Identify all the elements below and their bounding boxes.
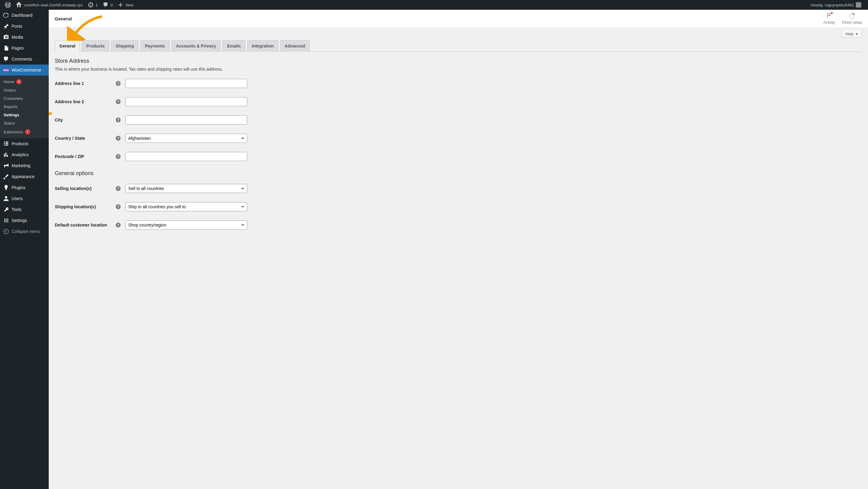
sidebar-item-plugins[interactable]: Plugins xyxy=(0,182,49,193)
wp-container: Dashboard Posts Media Pages Comments woo… xyxy=(0,10,868,489)
megaphone-icon xyxy=(3,163,9,169)
sidebar-label: Users xyxy=(11,196,23,201)
woo-submenu: Home 4 Orders Customers Reports Settings… xyxy=(0,75,49,138)
submenu-settings[interactable]: Settings xyxy=(0,111,49,119)
new-content[interactable]: New xyxy=(115,0,136,10)
wrench-icon xyxy=(3,206,9,213)
select-country[interactable]: Afghanistan xyxy=(125,134,247,143)
tab-general[interactable]: General xyxy=(55,40,80,52)
svg-point-0 xyxy=(4,229,8,234)
help-icon[interactable]: ? xyxy=(116,136,121,141)
tab-integration[interactable]: Integration xyxy=(247,40,278,52)
page-icon xyxy=(3,45,9,51)
submenu-customers[interactable]: Customers xyxy=(0,94,49,103)
submenu-label: Extensions xyxy=(4,130,23,134)
sidebar-label: Settings xyxy=(11,218,27,223)
tab-advanced[interactable]: Advanced xyxy=(280,40,310,52)
help-label: Help xyxy=(845,32,854,36)
tab-products[interactable]: Products xyxy=(82,40,109,52)
home-icon xyxy=(16,2,22,8)
help-icon[interactable]: ? xyxy=(116,99,121,104)
input-address2[interactable] xyxy=(125,97,247,106)
sidebar-item-users[interactable]: Users xyxy=(0,193,49,204)
sidebar-label: Comments xyxy=(11,57,32,62)
admin-bar-right: Howdy, ruguyoyeku5461 xyxy=(808,0,866,10)
sidebar-item-appearance[interactable]: Appearance xyxy=(0,171,49,182)
help-icon[interactable]: ? xyxy=(116,204,121,209)
content-area: General Products Shipping Payments Accou… xyxy=(49,28,868,245)
store-address-title: Store Address xyxy=(55,58,862,64)
select-default-location[interactable]: Shop country/region xyxy=(125,221,247,230)
submenu-label: Customers xyxy=(4,96,23,101)
activity-label: Activity xyxy=(823,21,835,25)
sidebar-item-posts[interactable]: Posts xyxy=(0,21,49,32)
sidebar-item-media[interactable]: Media xyxy=(0,32,49,43)
help-icon[interactable]: ? xyxy=(116,118,121,122)
help-icon[interactable]: ? xyxy=(116,154,121,159)
submenu-status[interactable]: Status xyxy=(0,119,49,127)
submenu-orders[interactable]: Orders xyxy=(0,86,49,94)
sidebar-label: Collapse menu xyxy=(11,229,40,234)
help-tab[interactable]: Help ▾ xyxy=(841,30,862,38)
comments[interactable]: 0 xyxy=(100,0,115,10)
plugin-icon xyxy=(3,185,9,191)
sidebar-label: Appearance xyxy=(11,174,35,179)
header-actions: Activity Finish setup xyxy=(823,13,862,25)
submenu-extensions[interactable]: Extensions 1 xyxy=(0,127,49,136)
site-name[interactable]: unselfish-seal-2cef45.instawp.xyz xyxy=(13,0,85,10)
sidebar-item-marketing[interactable]: Marketing xyxy=(0,160,49,171)
label-shipping-locations: Shipping location(s) xyxy=(55,204,116,209)
wordpress-icon xyxy=(5,2,11,8)
row-address1: Address line 1 ? xyxy=(55,79,862,88)
input-city[interactable] xyxy=(125,116,247,125)
sidebar-item-comments[interactable]: Comments xyxy=(0,54,49,65)
sidebar-item-analytics[interactable]: Analytics xyxy=(0,149,49,160)
sidebar-label: Plugins xyxy=(11,185,26,190)
select-shipping-locations[interactable]: Ship to all countries you sell to xyxy=(125,202,247,211)
sidebar-item-tools[interactable]: Tools xyxy=(0,204,49,215)
row-shipping-locations: Shipping location(s) ? Ship to all count… xyxy=(55,202,862,211)
select-wrapper-default: Shop country/region xyxy=(125,221,247,230)
submenu-home[interactable]: Home 4 xyxy=(0,77,49,86)
sidebar-item-pages[interactable]: Pages xyxy=(0,43,49,54)
finish-setup-button[interactable]: Finish setup xyxy=(842,13,862,25)
tab-emails[interactable]: Emails xyxy=(222,40,245,52)
brush-icon xyxy=(3,173,9,180)
comment-icon xyxy=(3,56,9,62)
help-icon[interactable]: ? xyxy=(116,223,121,227)
badge: 1 xyxy=(25,129,30,134)
sidebar-item-collapse[interactable]: Collapse menu xyxy=(0,226,49,237)
tab-shipping[interactable]: Shipping xyxy=(111,40,138,52)
select-wrapper-country: Afghanistan xyxy=(125,134,247,143)
wp-logo[interactable] xyxy=(2,0,13,10)
updates[interactable]: 1 xyxy=(85,0,100,10)
help-icon[interactable]: ? xyxy=(116,81,121,86)
page-header: General Activity Finish setup xyxy=(49,10,868,28)
activity-button[interactable]: Activity xyxy=(823,13,835,25)
sidebar-item-woocommerce[interactable]: woo WooCommerce xyxy=(0,65,49,75)
dashboard-icon xyxy=(3,12,9,18)
collapse-icon xyxy=(3,228,9,234)
row-postcode: Postcode / ZIP ? xyxy=(55,152,862,161)
label-city: City xyxy=(55,118,116,122)
input-address1[interactable] xyxy=(125,79,247,88)
admin-bar-left: unselfish-seal-2cef45.instawp.xyz 1 0 Ne… xyxy=(2,0,136,10)
submenu-reports[interactable]: Reports xyxy=(0,103,49,111)
tab-accounts[interactable]: Accounts & Privacy xyxy=(172,40,221,52)
comment-count: 0 xyxy=(111,3,113,7)
settings-tabs: General Products Shipping Payments Accou… xyxy=(55,40,862,52)
select-selling-locations[interactable]: Sell to all countries xyxy=(125,184,247,193)
pin-icon xyxy=(3,23,9,29)
help-icon[interactable]: ? xyxy=(116,186,121,191)
sidebar-item-dashboard[interactable]: Dashboard xyxy=(0,10,49,21)
sidebar-item-settings[interactable]: Settings xyxy=(0,215,49,226)
submenu-label: Home xyxy=(4,79,14,84)
row-country: Country / State ? Afghanistan xyxy=(55,134,862,143)
select-wrapper-selling: Sell to all countries xyxy=(125,184,247,193)
tab-payments[interactable]: Payments xyxy=(141,40,169,52)
input-postcode[interactable] xyxy=(125,152,247,161)
sidebar-item-products[interactable]: Products xyxy=(0,138,49,149)
user-menu[interactable]: Howdy, ruguyoyeku5461 xyxy=(808,0,864,10)
label-selling-locations: Selling location(s) xyxy=(55,186,116,191)
admin-sidebar: Dashboard Posts Media Pages Comments woo… xyxy=(0,10,49,489)
